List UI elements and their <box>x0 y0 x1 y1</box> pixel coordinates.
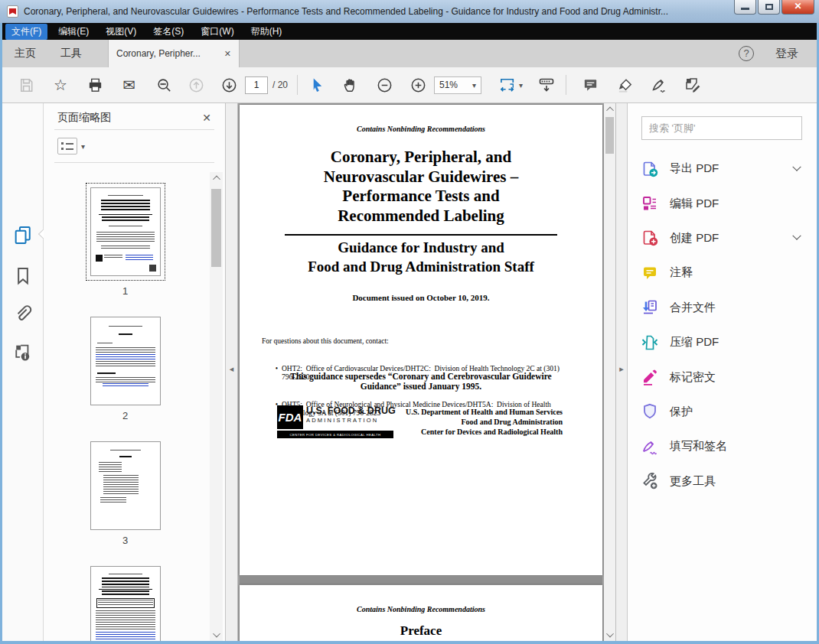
tool-create-pdf[interactable]: 创建 PDF <box>628 221 817 255</box>
next-page-button[interactable] <box>216 72 242 98</box>
zoom-in-button[interactable] <box>405 72 431 98</box>
scrollbar-thumb[interactable] <box>211 189 221 267</box>
select-tool-button[interactable] <box>304 72 330 98</box>
tool-edit-pdf[interactable]: 编辑 PDF <box>628 186 817 220</box>
chevron-down-icon[interactable]: ▾ <box>81 142 85 151</box>
paperclip-icon <box>12 304 34 325</box>
pdf-page-2[interactable]: Contains Nonbinding Recommendations Pref… <box>240 585 602 641</box>
tool-redact[interactable]: 标记密文 <box>628 359 817 394</box>
chevron-down-icon[interactable] <box>792 232 801 240</box>
tab-close-icon[interactable]: ✕ <box>224 49 231 59</box>
left-panel-splitter[interactable]: ◂ <box>226 103 238 641</box>
maximize-button[interactable] <box>758 0 780 15</box>
tool-protect[interactable]: 保护 <box>628 395 817 429</box>
highlight-tool-button[interactable] <box>612 72 638 98</box>
menu-sign[interactable]: 签名(S) <box>147 24 190 40</box>
tab-document[interactable]: Coronary, Peripher... ✕ <box>108 40 240 67</box>
content-area: 页面缩略图 ✕ ▾ <box>2 103 817 641</box>
menu-help[interactable]: 帮助(H) <box>245 24 289 40</box>
thumbnail-options-button[interactable] <box>57 138 77 154</box>
print-button[interactable] <box>82 72 108 98</box>
thumbnail-page-3[interactable] <box>90 441 161 530</box>
scrollbar-thumb[interactable] <box>605 117 614 154</box>
export-pdf-icon <box>640 160 660 178</box>
sign-tool-button[interactable] <box>646 72 672 98</box>
star-button[interactable]: ☆ <box>47 72 73 98</box>
menu-edit[interactable]: 编辑(E) <box>52 24 95 40</box>
page-scrolling-button[interactable] <box>533 72 560 98</box>
thumbnails-scrollbar[interactable] <box>210 172 223 641</box>
comment-tool-button[interactable] <box>577 72 603 98</box>
page-thumbnails-button[interactable] <box>12 224 34 246</box>
thumbnail-page-1[interactable] <box>90 187 161 276</box>
menu-window[interactable]: 窗口(W) <box>194 24 240 40</box>
thumbnails-panel: 页面缩略图 ✕ ▾ <box>44 103 226 641</box>
tool-more-tools[interactable]: 更多工具 <box>628 464 817 499</box>
scroll-down-icon[interactable] <box>210 629 223 641</box>
tools-search-input[interactable] <box>641 116 802 140</box>
email-button[interactable]: ✉ <box>116 72 142 98</box>
hand-tool-button[interactable] <box>338 72 364 98</box>
minimize-button[interactable] <box>734 0 756 15</box>
thumbnail-page-2[interactable] <box>90 317 161 405</box>
main-toolbar: ☆ ✉ / 20 51% ▾ <box>2 67 817 103</box>
footer-logo-row: FDA U.S. FOOD & DRUG ADMINISTRATION CENT… <box>277 405 563 438</box>
menu-bar: 文件(F) 编辑(E) 视图(V) 签名(S) 窗口(W) 帮助(H) <box>2 23 817 40</box>
fda-name-line1: U.S. FOOD & DRUG <box>306 405 396 416</box>
thumbnail-item-1[interactable]: 1 <box>44 183 207 297</box>
document-viewport[interactable]: Contains Nonbinding Recommendations Coro… <box>238 103 615 641</box>
window-title: Coronary, Peripheral, and Neurovascular … <box>24 6 726 17</box>
tab-home[interactable]: 主页 <box>2 40 48 67</box>
zoom-level-value: 51% <box>439 80 458 90</box>
zoom-out-button[interactable] <box>371 72 397 98</box>
help-icon[interactable]: ? <box>739 46 754 61</box>
plus-circle-icon <box>410 76 427 94</box>
document-info-button[interactable] <box>12 342 34 363</box>
scroll-up-icon[interactable] <box>210 172 223 184</box>
create-pdf-icon <box>640 229 660 247</box>
scroll-down-icon[interactable] <box>604 629 615 641</box>
fit-width-button[interactable]: ▾ <box>495 72 526 98</box>
tool-compress-pdf[interactable]: 压缩 PDF <box>628 325 817 359</box>
tool-fill-sign[interactable]: 填写和签名 <box>628 429 817 463</box>
sign-in-link[interactable]: 登录 <box>775 47 798 61</box>
scroll-up-icon[interactable] <box>604 103 615 115</box>
thumbnail-item-2[interactable]: 2 <box>44 317 207 421</box>
thumbnail-page-4[interactable] <box>90 566 161 641</box>
edit-pdf-tool-button[interactable] <box>680 72 706 98</box>
panel-close-icon[interactable]: ✕ <box>202 112 211 124</box>
document-scrollbar[interactable] <box>604 103 615 641</box>
chevron-down-icon[interactable] <box>792 162 801 171</box>
close-icon: ✕ <box>782 1 814 11</box>
pdf-page-1[interactable]: Contains Nonbinding Recommendations Coro… <box>240 105 602 575</box>
contact-intro: For questions about this document, conta… <box>262 337 568 346</box>
zoom-level-select[interactable]: 51% ▾ <box>434 76 481 94</box>
close-button[interactable]: ✕ <box>781 0 814 15</box>
collapse-right-icon[interactable]: ▸ <box>616 364 627 374</box>
tools-list: 导出 PDF 编辑 PDF 创建 PDF 注释 <box>628 151 817 499</box>
save-button[interactable] <box>13 72 39 98</box>
fda-logo: FDA U.S. FOOD & DRUG ADMINISTRATION CENT… <box>277 405 393 438</box>
tools-panel: 导出 PDF 编辑 PDF 创建 PDF 注释 <box>628 103 817 641</box>
page-separator <box>240 576 602 584</box>
collapse-left-icon[interactable]: ◂ <box>226 364 237 374</box>
menu-file[interactable]: 文件(F) <box>5 24 47 40</box>
thumbnail-item-3[interactable]: 3 <box>44 441 207 546</box>
fill-sign-icon <box>640 437 660 456</box>
tab-tools[interactable]: 工具 <box>48 40 94 67</box>
page-number-input[interactable] <box>245 76 268 94</box>
chevron-down-icon: ▾ <box>472 81 476 89</box>
star-icon: ☆ <box>54 76 67 94</box>
tool-export-pdf[interactable]: 导出 PDF <box>628 151 817 186</box>
bookmarks-button[interactable] <box>12 265 34 287</box>
tool-combine-files[interactable]: 合并文件 <box>628 291 817 325</box>
search-button[interactable] <box>151 72 177 98</box>
tool-comment[interactable]: 注释 <box>628 255 817 290</box>
previous-page-button[interactable] <box>183 72 209 98</box>
supersedes-note: This guidance supersedes “Coronary and C… <box>240 372 602 392</box>
attachments-button[interactable] <box>12 304 34 325</box>
tool-label: 填写和签名 <box>670 439 727 454</box>
thumbnail-item-4[interactable]: 4 <box>44 566 207 641</box>
right-panel-splitter[interactable]: ▸ <box>615 103 628 641</box>
menu-view[interactable]: 视图(V) <box>100 24 142 40</box>
